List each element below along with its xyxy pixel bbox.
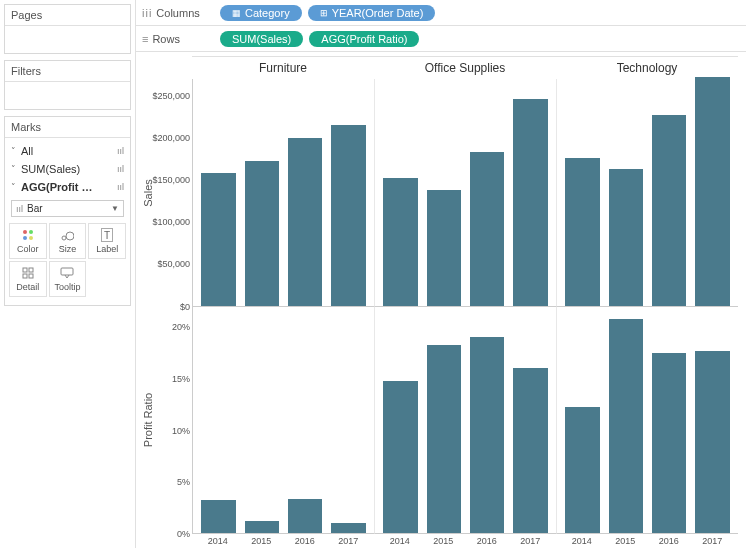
- x-axis-cell: 2014201520162017: [192, 534, 374, 546]
- bar[interactable]: [652, 115, 687, 305]
- y-axis: 0%5%10%15%20%: [156, 307, 192, 535]
- tooltip-card[interactable]: Tooltip: [49, 261, 87, 297]
- x-tick: 2014: [572, 536, 592, 546]
- bar[interactable]: [331, 523, 366, 533]
- bar[interactable]: [470, 337, 505, 533]
- marks-title: Marks: [5, 117, 130, 138]
- x-tick: 2014: [390, 536, 410, 546]
- marks-item-label: SUM(Sales): [21, 163, 117, 175]
- bar[interactable]: [609, 169, 644, 306]
- pages-panel: Pages: [4, 4, 131, 54]
- detail-icon: [22, 266, 34, 280]
- color-icon: [22, 228, 34, 242]
- y-tick: 15%: [172, 374, 190, 384]
- bar-mini-icon: ııl: [117, 182, 124, 192]
- bar[interactable]: [695, 351, 730, 533]
- svg-point-1: [29, 230, 33, 234]
- plot-cell: [374, 79, 556, 307]
- label-card[interactable]: T Label: [88, 223, 126, 259]
- bar[interactable]: [609, 319, 644, 533]
- bar[interactable]: [565, 407, 600, 533]
- y-tick: 0%: [177, 529, 190, 539]
- x-tick: 2017: [702, 536, 722, 546]
- marks-item-label: All: [21, 145, 117, 157]
- caret-icon: ˅: [11, 146, 21, 156]
- marks-item-profit-ratio[interactable]: ˅ AGG(Profit … ııl: [7, 178, 128, 196]
- svg-rect-8: [23, 274, 27, 278]
- x-tick: 2014: [208, 536, 228, 546]
- svg-point-3: [29, 236, 33, 240]
- columns-label: Columns: [156, 7, 199, 19]
- bar[interactable]: [513, 368, 548, 533]
- x-tick: 2017: [520, 536, 540, 546]
- rows-shelf[interactable]: ≡ Rows SUM(Sales) AGG(Profit Ratio): [136, 26, 746, 52]
- bar[interactable]: [201, 173, 236, 306]
- mark-type-select[interactable]: ııl Bar ▼: [11, 200, 124, 217]
- plot-cell: [192, 307, 374, 535]
- x-tick: 2015: [433, 536, 453, 546]
- svg-rect-6: [23, 268, 27, 272]
- svg-point-4: [62, 236, 66, 240]
- chart-row: Sales$0$50,000$100,000$150,000$200,000$2…: [140, 79, 738, 307]
- bar[interactable]: [288, 499, 323, 533]
- rows-icon: ≡: [142, 33, 148, 45]
- bar[interactable]: [383, 381, 418, 533]
- y-tick: $250,000: [152, 91, 190, 101]
- bar[interactable]: [513, 99, 548, 305]
- y-tick: 20%: [172, 322, 190, 332]
- detail-card[interactable]: Detail: [9, 261, 47, 297]
- bar[interactable]: [470, 152, 505, 306]
- main-area: iii Columns ▦Category ⊞YEAR(Order Date) …: [135, 0, 746, 548]
- chart-row: Profit Ratio0%5%10%15%20%: [140, 307, 738, 535]
- caret-icon: ˅: [11, 182, 21, 192]
- pill-sales[interactable]: SUM(Sales): [220, 31, 303, 47]
- dropdown-caret-icon: ▼: [111, 204, 119, 213]
- size-card[interactable]: Size: [49, 223, 87, 259]
- columns-shelf[interactable]: iii Columns ▦Category ⊞YEAR(Order Date): [136, 0, 746, 26]
- tooltip-icon: [60, 266, 74, 280]
- bar[interactable]: [695, 77, 730, 305]
- marks-item-all[interactable]: ˅ All ııl: [7, 142, 128, 160]
- x-tick: 2015: [251, 536, 271, 546]
- svg-rect-7: [29, 268, 33, 272]
- bar[interactable]: [565, 158, 600, 306]
- bar[interactable]: [652, 353, 687, 533]
- svg-rect-10: [61, 268, 73, 275]
- bar-mini-icon: ııl: [117, 164, 124, 174]
- svg-point-2: [23, 236, 27, 240]
- y-axis-label: Profit Ratio: [142, 393, 154, 447]
- pill-profit-ratio[interactable]: AGG(Profit Ratio): [309, 31, 419, 47]
- x-tick: 2016: [295, 536, 315, 546]
- bar[interactable]: [383, 178, 418, 306]
- pages-title: Pages: [5, 5, 130, 26]
- pill-category[interactable]: ▦Category: [220, 5, 302, 21]
- y-tick: 5%: [177, 477, 190, 487]
- bar[interactable]: [288, 138, 323, 306]
- y-tick: $50,000: [157, 259, 190, 269]
- plot-cell: [374, 307, 556, 535]
- color-label: Color: [17, 244, 39, 254]
- tooltip-label: Tooltip: [54, 282, 80, 292]
- marks-item-sales[interactable]: ˅ SUM(Sales) ııl: [7, 160, 128, 178]
- caret-icon: ˅: [11, 164, 21, 174]
- size-label: Size: [59, 244, 77, 254]
- bar[interactable]: [427, 345, 462, 533]
- plot-cell: [556, 307, 738, 535]
- y-tick: 10%: [172, 426, 190, 436]
- bar[interactable]: [245, 161, 280, 305]
- size-icon: [60, 228, 74, 242]
- columns-icon: iii: [142, 7, 152, 19]
- pill-year[interactable]: ⊞YEAR(Order Date): [308, 5, 436, 21]
- rows-label: Rows: [152, 33, 180, 45]
- bar[interactable]: [331, 125, 366, 305]
- y-tick: $200,000: [152, 133, 190, 143]
- bar[interactable]: [245, 521, 280, 533]
- y-tick: $100,000: [152, 217, 190, 227]
- detail-label: Detail: [16, 282, 39, 292]
- bar[interactable]: [427, 190, 462, 306]
- svg-rect-9: [29, 274, 33, 278]
- sidebar: Pages Filters Marks ˅ All ııl ˅ SUM(Sale…: [0, 0, 135, 548]
- color-card[interactable]: Color: [9, 223, 47, 259]
- bar[interactable]: [201, 500, 236, 533]
- plot-cell: [556, 79, 738, 307]
